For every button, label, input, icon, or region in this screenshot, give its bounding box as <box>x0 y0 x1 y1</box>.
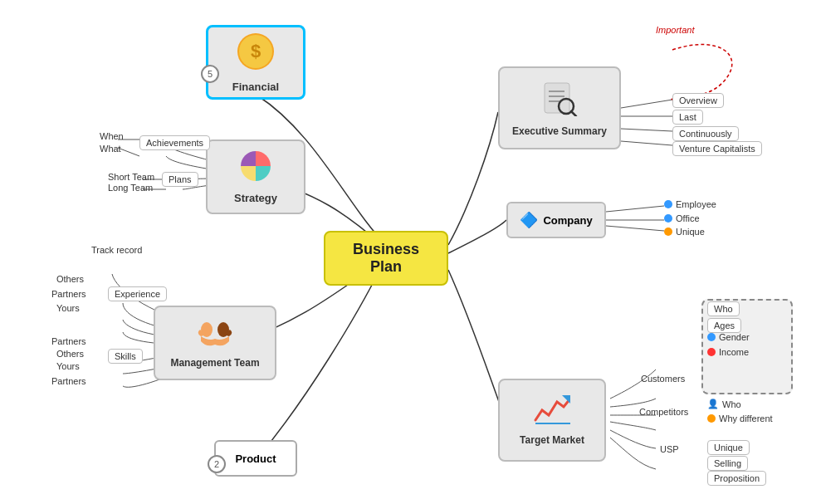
strategy-node[interactable]: Strategy <box>206 139 305 214</box>
customers-label: Customers <box>641 374 685 384</box>
unique-company-dot <box>664 228 672 236</box>
strategy-icon <box>239 149 272 188</box>
management-icon <box>197 318 233 354</box>
proposition-label: Proposition <box>707 471 766 486</box>
company-icon: 🔷 <box>520 211 538 229</box>
management-node[interactable]: Management Team <box>154 306 276 380</box>
long-team-label: Long Team <box>108 183 153 193</box>
when-label: When <box>100 131 124 141</box>
management-label: Management Team <box>170 357 259 369</box>
executive-node[interactable]: Executive Summary <box>498 66 621 149</box>
last-label: Last <box>672 110 703 125</box>
target-label: Target Market <box>520 434 584 446</box>
plans-label: Plans <box>162 172 198 187</box>
what-label: What <box>100 144 121 154</box>
company-label: Company <box>543 214 592 227</box>
mgmt-yours2: Yours <box>56 361 80 371</box>
executive-icon <box>541 80 578 122</box>
gender-label: Gender <box>707 332 750 342</box>
mgmt-partners2: Partners <box>51 336 86 346</box>
usp-label: USP <box>660 444 679 454</box>
employee-label: Employee <box>664 199 716 209</box>
achievements-label: Achievements <box>139 135 210 150</box>
office-dot <box>664 214 672 223</box>
skills-label: Skills <box>108 349 143 364</box>
person-icon: 👤 <box>707 399 719 409</box>
unique-usp-label: Unique <box>707 440 750 455</box>
employee-dot <box>664 200 672 208</box>
strategy-label: Strategy <box>234 192 277 204</box>
track-record-label: Track record <box>91 245 142 255</box>
svg-line-11 <box>571 111 576 116</box>
svg-text:$: $ <box>251 41 261 61</box>
mgmt-yours1: Yours <box>56 303 80 313</box>
unique-company-label: Unique <box>664 227 705 237</box>
income-label: Income <box>707 347 749 357</box>
venture-label: Venture Capitalists <box>672 141 762 156</box>
center-label: Business Plan <box>340 241 432 276</box>
continuously-label: Continuously <box>672 126 739 141</box>
selling-label: Selling <box>707 456 748 471</box>
ages-label: Ages <box>707 318 741 333</box>
mgmt-partners3: Partners <box>51 376 86 386</box>
mgmt-others1: Others <box>56 274 84 284</box>
who1-label: Who <box>707 301 740 316</box>
executive-label: Executive Summary <box>512 125 607 137</box>
income-dot <box>707 348 716 356</box>
why-different-label: Why different <box>707 413 773 423</box>
important-label: Important <box>656 25 694 35</box>
target-icon <box>534 395 570 431</box>
financial-icon: $ <box>236 32 276 77</box>
competitors-label: Competitors <box>639 407 688 417</box>
financial-circle-num: 5 <box>201 65 219 83</box>
company-node[interactable]: 🔷 Company <box>506 202 606 238</box>
experience-label: Experience <box>108 286 167 301</box>
short-team-label: Short Team <box>108 172 154 182</box>
product-node[interactable]: Product <box>214 440 297 477</box>
office-label: Office <box>664 213 700 223</box>
product-circle-num: 2 <box>208 455 226 473</box>
mgmt-partners1: Partners <box>51 289 86 299</box>
financial-node[interactable]: $ Financial <box>206 25 305 100</box>
center-node[interactable]: Business Plan <box>324 231 448 286</box>
why-dot <box>707 414 716 423</box>
gender-dot <box>707 333 716 341</box>
who2-label: 👤 Who <box>707 399 741 409</box>
overview-label: Overview <box>672 93 724 108</box>
target-node[interactable]: Target Market <box>498 379 606 462</box>
mgmt-others2: Others <box>56 349 84 359</box>
financial-label: Financial <box>232 81 279 93</box>
product-label: Product <box>235 453 276 465</box>
